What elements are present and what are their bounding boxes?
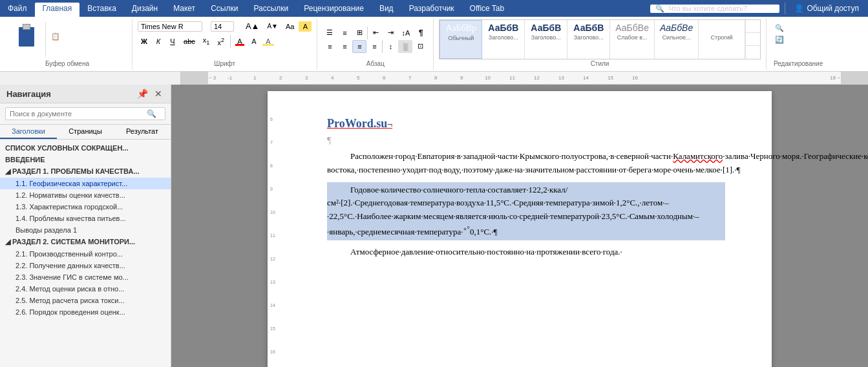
nav-item-sec2-4[interactable]: 2.4. Метод оценки риска в отно... [0,283,171,295]
ribbon-tab-view[interactable]: Вид [372,3,401,17]
select-button[interactable]: ▦ Выделить ▼ [772,46,825,57]
font-shadow-button[interactable]: A [248,36,260,47]
nav-item-sec1[interactable]: ◢ РАЗДЕЛ 1. ПРОБЛЕМЫ КАЧЕСТВА... [0,165,171,178]
divider [382,40,383,53]
sort-button[interactable]: ↕A [398,26,413,39]
font-row-2: Ж К Ч abc x1 x2 A A A [138,35,275,48]
increase-indent-button[interactable]: ⇥ [383,26,397,39]
nav-item-sec2[interactable]: ◢ РАЗДЕЛ 2. СИСТЕМА МОНИТОРИ... [0,236,171,248]
nav-item-sec2-2[interactable]: 2.2. Получение данных качеств... [0,260,171,271]
font-size-input[interactable] [211,21,234,32]
ribbon-tab-officetab[interactable]: Office Tab [462,3,513,17]
style-item-h1[interactable]: АаБбВЗаголово... [482,20,525,59]
cut-button[interactable]: ✂ ✂ Вырезать [48,22,127,32]
paragraph-buttons: ☰ ≡ ⊞ ⇤ ⇥ ↕A ¶ ≡ ≡ ≡ ≡ [323,26,428,53]
style-item-intense[interactable]: АаБбВеСильное... [655,20,699,59]
nav-item-intro[interactable]: ВВЕДЕНИЕ [0,154,171,165]
styles-expand-button[interactable]: ⊞ [746,46,760,58]
bold-button[interactable]: Ж [138,36,151,47]
style-item-h3[interactable]: АаБбВЗаголово... [567,20,610,59]
nav-item-sec1-4[interactable]: 1.4. Проблемы качества питьев... [0,213,171,224]
find-icon: 🔍 [775,24,784,32]
copy-button[interactable]: 📋 Копировать [48,32,127,41]
strikethrough-button[interactable]: abc [180,36,198,47]
paste-button[interactable]: Вставить [8,22,46,58]
style-item-subtle[interactable]: АаБбВеСлабое в... [610,20,655,59]
align-left-button[interactable]: ≡ [323,40,337,53]
format-painter-button[interactable]: 🖌 Формат по образцу [48,41,127,50]
ribbon-tab-references[interactable]: Ссылки [203,3,246,17]
ribbon-tab-review[interactable]: Рецензирование [296,3,372,17]
find-button[interactable]: 🔍 Найти ▼ [772,23,825,34]
nav-item-sec1-1[interactable]: 1.1. Геофизическая характерист... [0,178,171,189]
styles-scroll-up-button[interactable]: ▲ [746,20,760,33]
style-item-strict[interactable]: АаБбВеСтрогий [699,20,745,59]
font-shrink-button[interactable]: A▼ [264,21,281,31]
divider [230,35,231,48]
paragraph-group: ☰ ≡ ⊞ ⇤ ⇥ ↕A ¶ ≡ ≡ ≡ ≡ [317,18,434,70]
decrease-indent-button[interactable]: ⇤ [368,26,383,39]
font-case-button[interactable]: Aa [282,21,297,32]
superscript-button[interactable]: x2 [214,36,228,48]
font-row-1: ▼ ▼ A▲ A▼ Aa A [138,20,312,32]
para-row-2: ≡ ≡ ≡ ≡ ↕ ░ ⊡ [323,40,428,53]
nav-pin-button[interactable]: 📌 [135,89,150,99]
replace-button[interactable]: 🔄 Заменить [772,34,825,45]
nav-item-sec2-1[interactable]: 2.1. Производственный контро... [0,248,171,260]
find-label: Найти [786,24,806,32]
share-button[interactable]: 👤 Общий доступ [785,3,868,14]
font-color-button[interactable]: A [233,36,246,47]
bullets-button[interactable]: ☰ [323,26,337,39]
italic-button[interactable]: К [152,36,165,47]
show-marks-button[interactable]: ¶ [414,26,428,39]
document-area[interactable]: 6 7 8 9 10 11 12 13 14 15 16 ProWord.su¬… [171,85,868,367]
ribbon-tab-file[interactable]: Файл [0,3,35,17]
ribbon-search-box[interactable]: 🔍 Что вы хотите сделать? [650,5,779,13]
nav-tabs: ЗаголовкиСтраницыРезультат [0,125,171,140]
line-spacing-button[interactable]: ↕ [383,40,397,53]
nav-item-sec1-3[interactable]: 1.3. Характеристика городской... [0,201,171,213]
style-item-h2[interactable]: АаБбВЗаголово... [525,20,567,59]
borders-button[interactable]: ⊡ [413,40,427,53]
align-right-button[interactable]: ≡ [367,40,381,53]
underline-button[interactable]: Ч [166,36,179,47]
styles-scroll: ▲ ▼ ⊞ [745,20,760,59]
nav-tab-headings[interactable]: Заголовки [0,125,57,139]
ribbon-tab-insert[interactable]: Вставка [79,3,124,17]
style-item-normal[interactable]: АаБбВрОбычный [439,20,482,59]
font-fill-button[interactable]: A [262,36,275,47]
align-justify-button[interactable]: ≡ [352,40,366,53]
edit-buttons: 🔍 Найти ▼ 🔄 Заменить ▦ Выделить ▼ [772,23,825,57]
nav-item-sec2-6[interactable]: 2.6. Порядок проведения оценк... [0,306,171,318]
font-highlight-button[interactable]: A [299,21,312,32]
numbering-button[interactable]: ≡ [337,26,352,39]
nav-tab-results[interactable]: Результат [114,125,171,139]
font-name-dropdown-icon[interactable]: ▼ [204,23,209,30]
ribbon-tab-design[interactable]: Дизайн [124,3,165,17]
nav-item-list[interactable]: СПИСОК УСЛОВНЫХ СОКРАЩЕН... [0,142,171,154]
nav-item-sec1-2[interactable]: 1.2. Нормативы оценки качеств... [0,189,171,201]
nav-item-sec2-3[interactable]: 2.3. Значение ГИС в системе мо... [0,271,171,283]
nav-item-sec1-c[interactable]: Выводы раздела 1 [0,224,171,236]
shading-button[interactable]: ░ [398,40,412,53]
navigation-panel: Навигация 📌 ✕ 🔍 ЗаголовкиСтраницыРезульт… [0,85,171,367]
ribbon-tab-developer[interactable]: Разработчик [401,3,462,17]
multilevel-button[interactable]: ⊞ [352,26,366,39]
ribbon-tab-mailings[interactable]: Рассылки [246,3,296,17]
ribbon-tab-layout[interactable]: Макет [165,3,203,17]
nav-item-sec2-5[interactable]: 2.5. Метод расчета риска токси... [0,295,171,306]
subscript-button[interactable]: x1 [200,35,213,47]
ribbon-tab-home[interactable]: Главная [35,3,80,17]
styles-group: АаБбВрОбычныйАаБбВЗаголово...АаБбВЗаголо… [434,18,766,70]
font-size-dropdown-icon[interactable]: ▼ [235,23,241,30]
nav-tab-pages[interactable]: Страницы [57,125,114,139]
font-name-input[interactable] [138,21,202,32]
nav-search-input[interactable] [5,107,165,120]
paragraph-group-label: Абзац [317,60,433,67]
font-grow-button[interactable]: A▲ [242,20,263,32]
align-center-button[interactable]: ≡ [337,40,352,53]
ribbon-search-placeholder: Что вы хотите сделать? [668,5,747,12]
nav-close-button[interactable]: ✕ [153,89,164,99]
styles-scroll-down-button[interactable]: ▼ [746,33,760,46]
nav-header: Навигация 📌 ✕ [0,85,171,103]
